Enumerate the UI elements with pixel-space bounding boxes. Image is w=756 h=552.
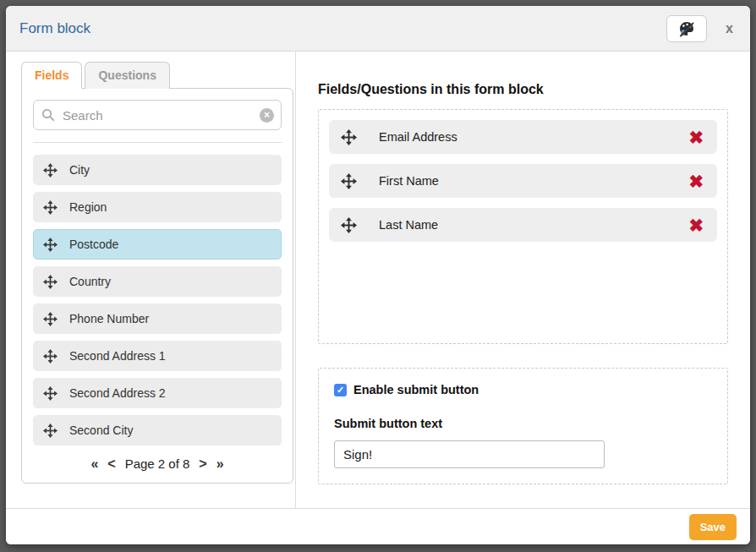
list-item-second-address-1[interactable]: Second Address 1 bbox=[33, 341, 282, 371]
list-item-label: Country bbox=[69, 275, 111, 288]
field-picker-panel: Fields Questions × bbox=[6, 52, 295, 508]
delete-icon[interactable]: ✖ bbox=[688, 128, 704, 146]
move-icon bbox=[43, 349, 58, 363]
selected-field-row-last-name[interactable]: Last Name ✖ bbox=[329, 208, 717, 242]
list-item-postcode-selected[interactable]: Postcode bbox=[33, 229, 282, 260]
modal-header: Form block x bbox=[6, 6, 750, 52]
modal-title: Form block bbox=[6, 20, 666, 37]
move-icon bbox=[43, 200, 58, 215]
field-picker-box: × City Region Postcode bbox=[21, 88, 293, 484]
list-item-phone-number[interactable]: Phone Number bbox=[33, 303, 282, 334]
tab-fields[interactable]: Fields bbox=[21, 62, 82, 89]
selected-field-row-email-address[interactable]: Email Address ✖ bbox=[329, 120, 717, 154]
selected-field-label: Email Address bbox=[379, 130, 457, 144]
move-icon bbox=[43, 163, 58, 178]
list-item-label: City bbox=[69, 163, 90, 177]
selected-fields-heading: Fields/Questions in this form block bbox=[318, 82, 728, 97]
pagination: « < Page 2 of 8 > » bbox=[33, 456, 282, 471]
last-page-button[interactable]: » bbox=[216, 457, 224, 471]
submit-button-settings: ✓ Enable submit button Submit button tex… bbox=[318, 368, 728, 484]
list-item-label: Second Address 1 bbox=[69, 349, 166, 363]
tab-questions[interactable]: Questions bbox=[85, 62, 169, 89]
list-item-label: Postcode bbox=[69, 238, 118, 251]
selected-field-label: First Name bbox=[379, 174, 439, 188]
close-icon[interactable]: x bbox=[726, 22, 733, 36]
submit-text-label: Submit button text bbox=[334, 417, 712, 430]
move-icon bbox=[43, 312, 58, 326]
list-item-label: Second Address 2 bbox=[69, 386, 166, 400]
list-item-label: Region bbox=[69, 200, 107, 214]
prev-page-button[interactable]: < bbox=[107, 457, 115, 471]
list-item-second-city[interactable]: Second City bbox=[33, 415, 282, 445]
palette-brush-icon bbox=[677, 19, 697, 39]
page-indicator: Page 2 of 8 bbox=[125, 456, 190, 471]
clear-search-icon[interactable]: × bbox=[260, 108, 274, 123]
modal-body: Fields Questions × bbox=[6, 52, 750, 508]
move-icon bbox=[341, 217, 357, 233]
enable-submit-label[interactable]: Enable submit button bbox=[353, 383, 479, 396]
form-block-modal: Form block x Fields Questions bbox=[6, 6, 750, 544]
enable-submit-checkbox[interactable]: ✓ bbox=[334, 384, 347, 396]
style-settings-button[interactable] bbox=[666, 15, 707, 42]
list-item-label: Second City bbox=[69, 424, 133, 437]
delete-icon[interactable]: ✖ bbox=[688, 216, 704, 234]
list-item-second-address-2[interactable]: Second Address 2 bbox=[33, 378, 282, 408]
search-icon bbox=[41, 108, 55, 125]
move-icon bbox=[43, 275, 58, 289]
search-input[interactable] bbox=[33, 100, 282, 130]
list-item-region[interactable]: Region bbox=[33, 192, 282, 222]
move-icon bbox=[43, 238, 58, 252]
selected-fields-dropzone[interactable]: Email Address ✖ First Name ✖ Last Name ✖ bbox=[318, 109, 728, 344]
list-item-city[interactable]: City bbox=[33, 155, 282, 185]
list-item-label: Phone Number bbox=[69, 312, 149, 325]
picker-tabs: Fields Questions bbox=[21, 62, 295, 89]
first-page-button[interactable]: « bbox=[90, 457, 98, 471]
submit-text-input[interactable] bbox=[334, 440, 605, 468]
delete-icon[interactable]: ✖ bbox=[688, 172, 704, 190]
search-divider bbox=[33, 142, 282, 143]
search-box: × bbox=[33, 100, 282, 130]
move-icon bbox=[341, 129, 357, 145]
modal-footer: Save bbox=[6, 508, 750, 544]
available-fields-list: City Region Postcode Country bbox=[33, 155, 282, 445]
list-item-country[interactable]: Country bbox=[33, 266, 282, 297]
form-block-settings-panel: Fields/Questions in this form block Emai… bbox=[295, 52, 750, 508]
selected-field-row-first-name[interactable]: First Name ✖ bbox=[329, 164, 717, 198]
selected-field-label: Last Name bbox=[379, 218, 438, 232]
move-icon bbox=[43, 386, 58, 401]
next-page-button[interactable]: > bbox=[199, 457, 206, 471]
move-icon bbox=[43, 424, 58, 438]
save-button[interactable]: Save bbox=[689, 514, 737, 540]
move-icon bbox=[341, 173, 357, 189]
enable-submit-row: ✓ Enable submit button bbox=[334, 383, 712, 396]
